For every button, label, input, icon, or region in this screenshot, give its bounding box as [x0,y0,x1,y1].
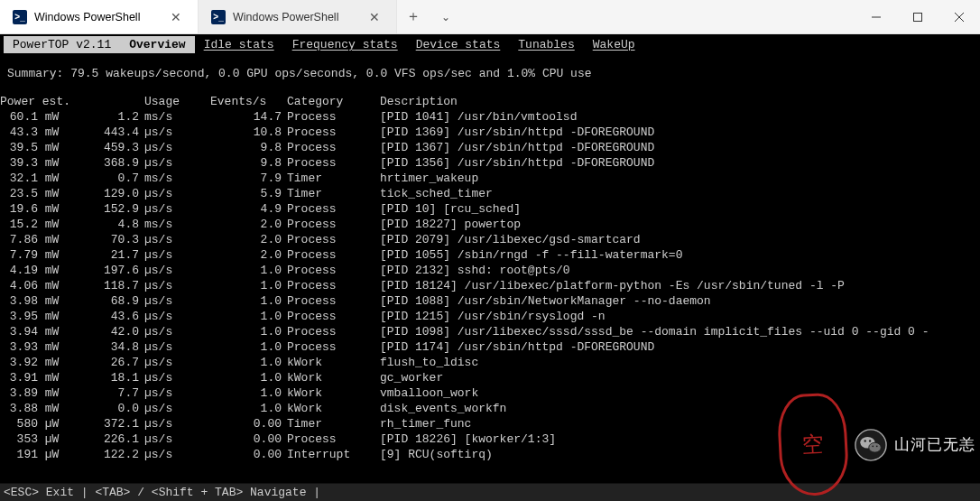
cell-category: Process [287,109,380,125]
cell-events: 2.0 [210,247,287,263]
tab-close-button[interactable]: ✕ [365,8,384,26]
tab-0[interactable]: >_Windows PowerShell✕ [0,0,199,33]
cell-description: [PID 1174] /usr/sbin/httpd -DFOREGROUND [380,339,935,355]
titlebar: >_Windows PowerShell✕>_Windows PowerShel… [0,0,980,34]
table-row: 3.95 mW43.6µs/s1.0Process[PID 1215] /usr… [0,309,935,324]
cell-power: 7.79 mW [0,247,81,263]
minimize-icon [872,13,881,22]
cell-description: [PID 1367] /usr/sbin/httpd -DFOREGROUND [380,140,935,155]
tab-label: Windows PowerShell [34,11,160,23]
menu-idle-stats[interactable]: Idle stats [195,36,283,53]
menu-device-stats[interactable]: Device stats [407,36,510,53]
cell-category: kWork [287,401,380,416]
cell-category: Process [287,324,380,339]
cell-description: gc_worker [380,370,935,385]
cell-description: [PID 2079] /usr/libexec/gsd-smartcard [380,232,935,247]
table-row: 7.86 mW70.3µs/s2.0Process[PID 2079] /usr… [0,232,935,247]
table-row: 15.2 mW4.8ms/s2.0Process[PID 18227] powe… [0,217,935,232]
cell-category: Process [287,201,380,217]
cell-events: 1.0 [210,263,287,278]
table-header: Power est. Usage Events/s Category Descr… [0,94,935,109]
table-row: 43.3 mW443.4µs/s10.8Process[PID 1369] /u… [0,125,935,140]
cell-events: 1.0 [210,355,287,370]
new-tab-button[interactable]: ＋ [397,0,430,33]
menu-overview[interactable]: Overview [120,36,194,53]
cell-usage-unit: µs/s [144,401,210,416]
tab-1[interactable]: >_Windows PowerShell✕ [199,0,397,33]
cell-category: Timer [287,171,380,186]
cell-usage-unit: ms/s [144,171,210,186]
cell-category: kWork [287,385,380,401]
cell-category: Process [287,293,380,309]
header-usage: Usage [144,94,210,109]
cell-description: [PID 18227] powertop [380,217,935,232]
cell-events: 1.0 [210,293,287,309]
cell-events: 1.0 [210,370,287,385]
table-row: 580 µW372.1µs/s0.00Timerrh_timer_func [0,416,935,431]
window-close-button[interactable] [938,0,980,33]
header-category: Category [287,94,380,109]
cell-usage-value: 26.7 [81,355,144,370]
footer-hint: <ESC> Exit | <TAB> / <Shift + TAB> Navig… [0,483,980,501]
cell-usage-value: 443.4 [81,125,144,140]
cell-events: 7.9 [210,171,287,186]
tab-strip: >_Windows PowerShell✕>_Windows PowerShel… [0,0,397,33]
cell-category: Process [287,278,380,293]
cell-description: [PID 1098] /usr/libexec/sssd/sssd_be --d… [380,324,935,339]
cell-category: Timer [287,416,380,431]
table-row: 3.91 mW18.1µs/s1.0kWorkgc_worker [0,370,935,385]
terminal-pane[interactable]: PowerTOP v2.11 OverviewIdle statsFrequen… [0,34,980,501]
cell-power: 39.5 mW [0,140,81,155]
table-row: 4.06 mW118.7µs/s1.0Process[PID 18124] /u… [0,278,935,293]
table-row: 60.1 mW1.2ms/s14.7Process[PID 1041] /usr… [0,109,935,125]
cell-usage-value: 118.7 [81,278,144,293]
cell-usage-unit: µs/s [144,232,210,247]
app-window: >_Windows PowerShell✕>_Windows PowerShel… [0,0,980,501]
cell-usage-value: 368.9 [81,155,144,171]
cell-usage-unit: µs/s [144,247,210,263]
minimize-button[interactable] [855,0,897,33]
cell-usage-unit: µs/s [144,355,210,370]
menu-tunables[interactable]: Tunables [509,36,583,53]
cell-usage-value: 122.2 [81,447,144,462]
cell-usage-value: 152.9 [81,201,144,217]
header-events: Events/s [210,94,287,109]
cell-power: 580 µW [0,416,81,431]
cell-usage-value: 0.0 [81,401,144,416]
svg-rect-1 [914,13,922,21]
cell-usage-value: 70.3 [81,232,144,247]
menu-wakeup[interactable]: WakeUp [584,36,644,53]
cell-power: 4.19 mW [0,263,81,278]
cell-description: [PID 1215] /usr/sbin/rsyslogd -n [380,309,935,324]
cell-power: 23.5 mW [0,186,81,201]
cell-category: kWork [287,355,380,370]
cell-usage-unit: µs/s [144,125,210,140]
cell-events: 14.7 [210,109,287,125]
cell-category: Process [287,263,380,278]
cell-power: 4.06 mW [0,278,81,293]
cell-usage-unit: µs/s [144,309,210,324]
cell-power: 19.6 mW [0,201,81,217]
cell-usage-unit: µs/s [144,431,210,447]
cell-usage-value: 459.3 [81,140,144,155]
tab-close-button[interactable]: ✕ [167,8,185,26]
cell-usage-unit: µs/s [144,385,210,401]
maximize-button[interactable] [897,0,938,33]
header-power: Power est. [0,94,81,109]
titlebar-spacer [462,0,855,33]
cell-usage-unit: µs/s [144,293,210,309]
cell-usage-unit: ms/s [144,217,210,232]
tab-dropdown-button[interactable]: ⌄ [430,0,462,33]
cell-description: hrtimer_wakeup [380,171,935,186]
cell-power: 3.92 mW [0,355,81,370]
cell-description: disk_events_workfn [380,401,935,416]
menu-frequency-stats[interactable]: Frequency stats [283,36,407,53]
cell-events: 0.00 [210,431,287,447]
table-row: 3.92 mW26.7µs/s1.0kWorkflush_to_ldisc [0,355,935,370]
cell-power: 3.95 mW [0,309,81,324]
cell-usage-value: 21.7 [81,247,144,263]
cell-usage-unit: µs/s [144,278,210,293]
cell-usage-value: 129.0 [81,186,144,201]
table-row: 32.1 mW0.7ms/s7.9Timerhrtimer_wakeup [0,171,935,186]
cell-usage-unit: µs/s [144,155,210,171]
